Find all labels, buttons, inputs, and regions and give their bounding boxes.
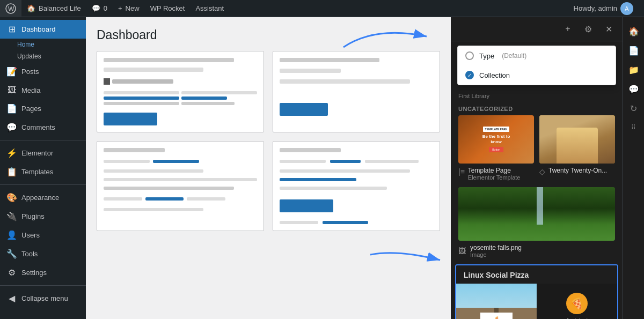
sidebar-item-comments[interactable]: 💬 Comments (0, 118, 86, 137)
close-button[interactable]: ✕ (601, 21, 616, 36)
pizza-sign-image: 🍕 (456, 284, 537, 319)
sidebar-item-collapse[interactable]: ◀ Collapse menu (0, 289, 86, 308)
elementor-template-icon: |≡ (458, 167, 465, 176)
plus-icon: + (118, 4, 122, 12)
dashboard-widget-4 (273, 141, 440, 231)
sidebar-item-updates[interactable]: Updates (17, 50, 86, 62)
type-radio[interactable] (465, 51, 474, 60)
sidebar: ⊞ Dashboard Home Updates 📝 Posts 🖼 Media… (0, 17, 86, 319)
image-icon: 🖼 (458, 247, 466, 255)
image-card-info: 🖼 yosemite falls.png Image (458, 244, 615, 258)
dashboard-widget-1 (97, 51, 264, 132)
pages-icon: 📄 (6, 103, 17, 114)
library-header-area: First Library (451, 90, 623, 101)
template-card-2[interactable]: ◇ Twenty Twenty-On... (539, 115, 615, 181)
dashboard-icon: ⊞ (6, 24, 17, 34)
sidebar-label-plugins: Plugins (21, 212, 45, 220)
panel-topbar: + ⚙ ✕ (451, 17, 623, 41)
comments-count: 0 (104, 4, 107, 12)
comments-icon: 💬 (6, 122, 17, 132)
pizza-circle: 🍕 (566, 293, 588, 314)
pizza-thumb-1: 🍕 (456, 284, 537, 319)
sidebar-label-appearance: Appearance (21, 194, 59, 202)
dashboard-widget-2 (273, 51, 440, 132)
sidebar-item-tools[interactable]: 🔧 Tools (0, 244, 86, 263)
widget-placeholder-2 (280, 58, 433, 116)
diamond-icon: ◇ (539, 167, 545, 176)
sidebar-item-posts[interactable]: 📝 Posts (0, 62, 86, 81)
pizza-dark-image: 🍕 Assistant (537, 284, 617, 319)
template-cards-row: TEMPLATE PARK Be the first toknow Button… (451, 115, 623, 187)
avatar: A (620, 2, 633, 15)
sidebar-label-settings: Settings (21, 269, 47, 277)
sidebar-label-users: Users (21, 231, 40, 239)
sidebar-item-home[interactable]: Home (17, 39, 86, 50)
right-chat-icon[interactable]: 💬 (625, 80, 642, 98)
sidebar-item-plugins[interactable]: 🔌 Plugins (0, 207, 86, 226)
card-1-info: |≡ Template Page Elementor Template (458, 167, 534, 181)
sidebar-menu: ⊞ Dashboard Home Updates 📝 Posts 🖼 Media… (0, 17, 86, 308)
template-card-1[interactable]: TEMPLATE PARK Be the first toknow Button… (458, 115, 534, 181)
card-2-text: Twenty Twenty-On... (548, 167, 607, 174)
library-header-label: First Library (458, 93, 615, 99)
pizza-card-2[interactable]: 🍕 Assistant (537, 284, 617, 319)
pizza-header: Linux Social Pizza (456, 265, 617, 284)
dropdown-type-item[interactable]: Type (Default) (458, 46, 616, 65)
new-item[interactable]: + New (113, 0, 145, 17)
sidebar-label-posts: Posts (21, 68, 39, 76)
assistant-item[interactable]: Assistant (190, 0, 229, 17)
type-label: Type (479, 52, 494, 60)
wprocket-item[interactable]: WP Rocket (145, 0, 191, 17)
pizza-thumb-2: 🍕 Assistant (537, 284, 617, 319)
sidebar-label-media: Media (21, 86, 40, 94)
add-button[interactable]: + (560, 21, 575, 36)
howdy-item[interactable]: Howdy, admin A (568, 2, 639, 15)
elementor-icon: ⚡ (6, 148, 17, 158)
howdy-text: Howdy, admin (574, 4, 617, 12)
pizza-cards: 🍕 🍕 Assistant (456, 284, 617, 319)
template-card-thumb-2 (539, 115, 615, 164)
plugins-icon: 🔌 (6, 211, 17, 221)
site-name: Balanced Life (39, 4, 81, 12)
sidebar-item-dashboard[interactable]: ⊞ Dashboard (0, 20, 86, 39)
site-name-item[interactable]: 🏠 Balanced Life (21, 0, 86, 17)
appearance-icon: 🎨 (6, 192, 17, 203)
dropdown-collection-item[interactable]: Collection (458, 65, 616, 85)
right-page-icon[interactable]: 📄 (625, 42, 642, 59)
right-grid-icon[interactable]: ⠿ (625, 119, 642, 136)
sidebar-divider-3 (0, 285, 86, 286)
settings-button[interactable]: ⚙ (581, 21, 596, 36)
media-icon: 🖼 (6, 85, 17, 95)
image-card[interactable]: 🖼 yosemite falls.png Image (451, 187, 623, 264)
dashboard-grid (97, 51, 440, 231)
sidebar-item-appearance[interactable]: 🎨 Appearance (0, 188, 86, 207)
sidebar-item-users[interactable]: 👤 Users (0, 226, 86, 244)
sidebar-item-media[interactable]: 🖼 Media (0, 81, 86, 99)
wprocket-label: WP Rocket (150, 4, 185, 12)
dashboard-widget-3 (97, 141, 264, 231)
templates-icon: 📋 (6, 167, 17, 177)
right-home-icon[interactable]: 🏠 (625, 23, 642, 40)
sidebar-item-elementor[interactable]: ⚡ Elementor (0, 144, 86, 162)
card-2-info: ◇ Twenty Twenty-On... (539, 167, 615, 176)
right-refresh-icon[interactable]: ↻ (625, 100, 642, 117)
panel-scrollable-content[interactable]: Type (Default) Collection First Library … (451, 41, 623, 319)
sidebar-label-comments: Comments (21, 123, 55, 131)
sidebar-item-pages[interactable]: 📄 Pages (0, 99, 86, 118)
comments-item[interactable]: 💬 0 (86, 0, 113, 17)
pizza-card-1[interactable]: 🍕 (456, 284, 537, 319)
uncategorized-label: Uncategorized (451, 101, 623, 115)
sidebar-divider-2 (0, 184, 86, 185)
right-folder-icon[interactable]: 📁 (625, 61, 642, 78)
sidebar-label-pages: Pages (21, 105, 41, 113)
sidebar-item-templates[interactable]: 📋 Templates (0, 162, 86, 181)
widget-placeholder-1 (104, 58, 257, 125)
card-2-name: Twenty Twenty-On... (548, 167, 607, 174)
type-dropdown[interactable]: Type (Default) Collection (457, 46, 616, 85)
collection-label: Collection (479, 71, 510, 79)
card-1-name: Template Page (468, 167, 521, 174)
image-card-thumb (458, 187, 615, 241)
panel-topbar-icons: + ⚙ ✕ (560, 21, 616, 36)
wp-logo-item[interactable]: W (0, 0, 21, 17)
sidebar-item-settings[interactable]: ⚙ Settings (0, 263, 86, 282)
